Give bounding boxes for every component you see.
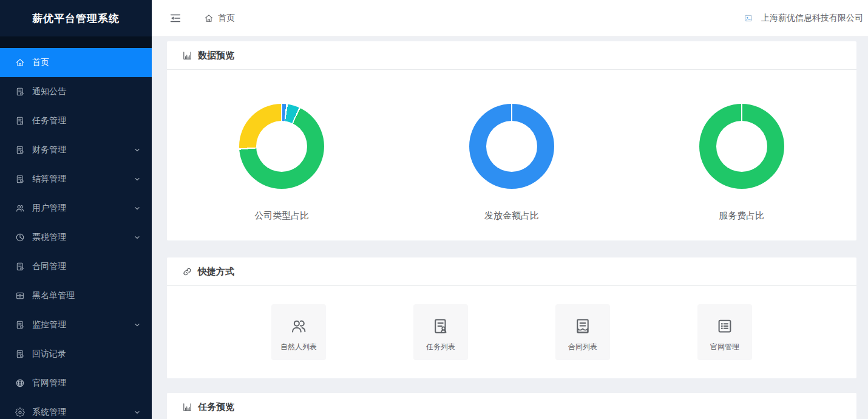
notice-document-icon (15, 87, 25, 97)
monitor-document-icon (15, 320, 25, 330)
sidebar-item-label: 财务管理 (32, 145, 66, 155)
user-menu[interactable]: 上海薪优信息科技有限公司 (744, 13, 863, 24)
shortcut-task-list[interactable]: 任务列表 (413, 304, 468, 360)
shortcut-label: 任务列表 (426, 342, 455, 352)
sidebar-item-visit-records[interactable]: 回访记录 (0, 339, 152, 369)
sidebar-item-label: 任务管理 (32, 115, 66, 126)
shortcut-col: 合同列表 (512, 304, 654, 360)
chart-label: 公司类型占比 (254, 210, 309, 222)
shortcut-col: 官网管理 (654, 304, 796, 360)
people-icon (290, 317, 308, 335)
sidebar-item-label: 结算管理 (32, 174, 66, 185)
sidebar-item-label: 回访记录 (32, 349, 66, 359)
donut-chart-service-fee (699, 104, 784, 189)
sidebar-item-tasks[interactable]: 任务管理 (0, 106, 152, 135)
shortcut-natural-person-list[interactable]: 自然人列表 (271, 304, 326, 360)
link-icon (182, 267, 192, 277)
section-title-text: 快捷方式 (198, 266, 234, 278)
sidebar-item-notices[interactable]: 通知公告 (0, 77, 152, 106)
shortcut-col: 任务列表 (370, 304, 512, 360)
sidebar-item-label: 官网管理 (32, 378, 66, 389)
home-icon (204, 13, 214, 23)
section-title-text: 数据预览 (198, 50, 234, 61)
sidebar-item-label: 黑名单管理 (32, 290, 75, 301)
company-name: 上海薪优信息科技有限公司 (761, 13, 863, 24)
gear-icon (15, 407, 25, 417)
section-title-text: 任务预览 (198, 401, 234, 413)
sidebar-item-blacklist[interactable]: 黑名单管理 (0, 281, 152, 310)
list-square-icon (716, 317, 734, 335)
shortcut-website-management[interactable]: 官网管理 (697, 304, 752, 360)
chart-service-fee: 服务费占比 (626, 104, 856, 222)
sidebar-item-label: 首页 (32, 57, 49, 68)
chevron-down-icon (134, 321, 141, 329)
bar-chart-icon (182, 402, 192, 412)
pie-chart-icon (15, 233, 25, 242)
collapse-sidebar-icon[interactable] (169, 12, 182, 25)
sidebar-item-label: 监控管理 (32, 319, 66, 330)
blacklist-archive-icon (15, 291, 25, 301)
breadcrumb[interactable]: 首页 (204, 13, 235, 24)
visit-record-icon (15, 349, 25, 359)
chevron-down-icon (134, 409, 141, 416)
main-content: 数据预览 公司类型占比 发放金额占比 服务费占比 快捷方式 (152, 36, 868, 419)
sidebar-item-system[interactable]: 系统管理 (0, 398, 152, 419)
sidebar-item-label: 合同管理 (32, 261, 66, 272)
sidebar-item-label: 用户管理 (32, 203, 66, 214)
data-preview-card: 数据预览 公司类型占比 发放金额占比 服务费占比 (167, 41, 856, 240)
sidebar-divider (0, 36, 152, 48)
users-icon (15, 203, 25, 213)
data-preview-title: 数据预览 (167, 41, 856, 70)
shortcut-col: 自然人列表 (228, 304, 370, 360)
shortcuts-title: 快捷方式 (167, 257, 856, 286)
task-document-icon (15, 116, 25, 126)
home-icon (15, 58, 25, 67)
contract-document-icon (15, 262, 25, 271)
chevron-down-icon (134, 175, 141, 183)
shortcuts-card: 快捷方式 自然人列表 任务列表 合同列表 (167, 257, 856, 378)
sidebar: 薪优平台管理系统 首页 通知公告 任务管理 财务管理 结算管理 用户管理 (0, 0, 152, 419)
chart-company-type: 公司类型占比 (167, 104, 397, 222)
bar-chart-icon (182, 50, 192, 61)
sidebar-menu: 首页 通知公告 任务管理 财务管理 结算管理 用户管理 票税管理 (0, 48, 152, 419)
shortcut-contract-list[interactable]: 合同列表 (555, 304, 610, 360)
sidebar-item-settlement[interactable]: 结算管理 (0, 165, 152, 194)
sidebar-item-users[interactable]: 用户管理 (0, 194, 152, 223)
contract-document-icon (574, 317, 592, 335)
globe-icon (15, 378, 25, 388)
shortcut-label: 官网管理 (710, 342, 739, 352)
chart-payout-amount: 发放金额占比 (397, 104, 627, 222)
shortcuts-row: 自然人列表 任务列表 合同列表 官网管理 (167, 286, 856, 378)
sidebar-item-tax[interactable]: 票税管理 (0, 223, 152, 252)
sidebar-item-finance[interactable]: 财务管理 (0, 135, 152, 165)
breadcrumb-label: 首页 (218, 13, 235, 24)
task-preview-card: 任务预览 (167, 393, 856, 419)
donut-chart-payout-amount (469, 104, 554, 189)
task-preview-title: 任务预览 (167, 393, 856, 419)
sidebar-item-label: 通知公告 (32, 86, 66, 97)
chevron-down-icon (134, 205, 141, 212)
settlement-document-icon (15, 174, 25, 184)
chart-label: 服务费占比 (719, 210, 764, 222)
chart-label: 发放金额占比 (484, 210, 539, 222)
sidebar-item-home[interactable]: 首页 (0, 48, 152, 77)
sidebar-item-website[interactable]: 官网管理 (0, 369, 152, 398)
sidebar-item-label: 系统管理 (32, 407, 66, 418)
avatar-image-icon (744, 14, 753, 22)
shortcut-label: 合同列表 (568, 342, 597, 352)
sidebar-item-monitoring[interactable]: 监控管理 (0, 310, 152, 339)
charts-row: 公司类型占比 发放金额占比 服务费占比 (167, 70, 856, 240)
donut-chart-company-type (239, 104, 324, 189)
sidebar-item-contracts[interactable]: 合同管理 (0, 252, 152, 281)
chevron-down-icon (134, 234, 141, 241)
finance-document-icon (15, 145, 25, 155)
chevron-down-icon (134, 146, 141, 154)
task-document-icon (432, 317, 450, 335)
top-header: 首页 上海薪优信息科技有限公司 (152, 0, 868, 36)
shortcut-label: 自然人列表 (280, 342, 317, 352)
app-title: 薪优平台管理系统 (0, 0, 152, 36)
sidebar-item-label: 票税管理 (32, 232, 66, 243)
